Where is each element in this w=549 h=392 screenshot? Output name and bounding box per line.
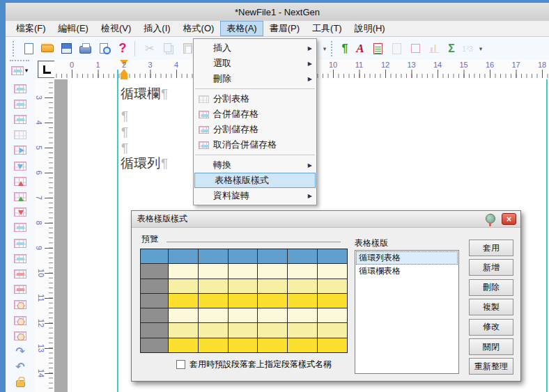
dialog-close-button[interactable]: × bbox=[502, 213, 516, 225]
ruler-number: 3 bbox=[148, 61, 152, 69]
formatting-marks-icon[interactable]: ¶ bbox=[339, 40, 351, 57]
insert-row-tool-icon[interactable] bbox=[11, 97, 29, 111]
preview-cell bbox=[229, 308, 258, 322]
preview-cell bbox=[258, 279, 287, 293]
template-list-item[interactable]: 循環欄表格 bbox=[356, 265, 458, 278]
title-bar[interactable]: *NewFile1 - NextGen bbox=[6, 0, 549, 21]
save-icon bbox=[61, 43, 72, 54]
window-title: *NewFile1 - NextGen bbox=[235, 7, 320, 17]
refresh-button[interactable]: 重新整理 bbox=[469, 358, 513, 375]
open-folder-icon[interactable] bbox=[39, 40, 56, 57]
menu-item-merge-cells[interactable]: 合併儲存格 bbox=[194, 107, 316, 122]
menu-item-select[interactable]: 選取▶ bbox=[194, 56, 316, 71]
pin-icon[interactable] bbox=[486, 214, 495, 224]
insert-table-tool-icon[interactable] bbox=[11, 81, 29, 95]
drag-cell-tool-icon[interactable] bbox=[11, 298, 29, 312]
preview-cell bbox=[318, 338, 347, 352]
preview-cell bbox=[199, 279, 228, 293]
new-document-icon[interactable] bbox=[20, 40, 37, 57]
vertical-ruler[interactable]: 34567891011121314 bbox=[35, 79, 54, 392]
menu-item-split-table[interactable]: 分割表格 bbox=[194, 91, 316, 107]
menu-item-insert[interactable]: 插入▶ bbox=[194, 40, 316, 56]
menu-file[interactable]: 檔案(F) bbox=[10, 21, 52, 36]
tab-stop-icon bbox=[43, 65, 51, 74]
sum-icon[interactable]: Σ bbox=[444, 40, 458, 57]
new-button[interactable]: 新增 bbox=[469, 259, 513, 276]
move-row-down-tool-icon[interactable] bbox=[11, 205, 29, 219]
frame-style-icon[interactable] bbox=[407, 40, 424, 57]
split-table-tool-icon[interactable] bbox=[11, 128, 29, 142]
print-preview-icon[interactable] bbox=[95, 40, 112, 57]
select-column-tool-icon[interactable] bbox=[11, 221, 29, 235]
close-button[interactable]: 關閉 bbox=[469, 338, 513, 355]
apply-style-checkbox[interactable] bbox=[176, 360, 185, 369]
delete-button[interactable]: 刪除 bbox=[469, 279, 513, 296]
menu-view[interactable]: 檢視(V) bbox=[95, 21, 137, 36]
template-list[interactable]: 循環列表格循環欄表格 bbox=[355, 250, 459, 374]
ruler-number: 13 bbox=[407, 61, 415, 69]
chevron-down-icon: ▾ bbox=[25, 67, 29, 74]
paragraph[interactable]: 循環列¶ bbox=[121, 155, 168, 173]
dialog-title-bar[interactable]: 表格樣版樣式 × bbox=[132, 211, 520, 228]
table-dropdown-button[interactable]: ▾ bbox=[7, 62, 32, 79]
delete-column-tool-icon[interactable] bbox=[11, 283, 29, 297]
menu-help[interactable]: 說明(H) bbox=[348, 21, 392, 36]
delete-row-tool-icon[interactable] bbox=[11, 267, 29, 281]
modify-button[interactable]: 修改 bbox=[469, 319, 513, 336]
menu-tools[interactable]: 工具(T) bbox=[306, 21, 348, 36]
menu-item-unmerge-cells[interactable]: 取消合併儲存格 bbox=[194, 137, 316, 152]
select-row-tool-icon[interactable] bbox=[11, 236, 29, 250]
tab-stop-button[interactable] bbox=[38, 61, 56, 78]
drag-handle bbox=[13, 41, 17, 56]
paragraph[interactable]: 循環欄¶ bbox=[121, 85, 168, 103]
menu-item-convert[interactable]: 轉換▶ bbox=[194, 157, 316, 173]
template-list-item[interactable]: 循環列表格 bbox=[356, 251, 458, 265]
drag-column-tool-icon[interactable] bbox=[11, 329, 29, 343]
menu-table[interactable]: 表格(A) bbox=[220, 21, 263, 36]
menu-format[interactable]: 格式(O) bbox=[177, 21, 221, 36]
insert-row-tool-icon bbox=[14, 100, 26, 109]
app-window: *NewFile1 - NextGen 檔案(F)編輯(E)檢視(V)插入(I)… bbox=[0, 0, 549, 392]
preview-cell bbox=[229, 279, 258, 293]
paragraph-style-icon[interactable] bbox=[369, 40, 386, 57]
preview-table bbox=[140, 249, 348, 353]
menu-item-label: 選取 bbox=[213, 57, 231, 70]
apply-button[interactable]: 套用 bbox=[469, 240, 513, 256]
drag-handle bbox=[10, 60, 29, 61]
menu-edit[interactable]: 編輯(E) bbox=[52, 21, 95, 36]
delete-column-tool-icon bbox=[14, 285, 26, 294]
help-icon[interactable]: ? bbox=[114, 40, 131, 57]
select-cell-tool-icon[interactable] bbox=[11, 251, 29, 265]
move-row-tool-icon[interactable] bbox=[11, 189, 29, 203]
ruler-number: 2 bbox=[122, 61, 126, 69]
separator bbox=[134, 41, 138, 56]
copy-button[interactable]: 複製 bbox=[469, 299, 513, 315]
character-style-icon[interactable]: A bbox=[353, 40, 367, 57]
drag-row-tool-icon[interactable] bbox=[11, 313, 29, 327]
menu-item-data-rotate[interactable]: 資料旋轉▶ bbox=[194, 188, 316, 203]
table-extend-right-tool-icon[interactable] bbox=[11, 143, 29, 157]
preview-cell bbox=[199, 249, 228, 263]
menu-item-table-template-style[interactable]: 表格樣版樣式 bbox=[194, 173, 316, 188]
group-divider bbox=[167, 242, 341, 242]
table-redo-tool-icon[interactable]: ↷ bbox=[11, 344, 29, 358]
menu-item-split-cells[interactable]: 分割儲存格 bbox=[194, 122, 316, 137]
move-row-up-tool-icon[interactable] bbox=[11, 174, 29, 188]
preview-cell bbox=[229, 338, 258, 352]
preview-cell bbox=[229, 264, 258, 278]
table-undo-tool-icon[interactable]: ↶ bbox=[11, 360, 29, 374]
table-extend-down-tool-icon[interactable] bbox=[11, 159, 29, 173]
ruler-number: 0 bbox=[70, 61, 74, 69]
cut-icon: ✂ bbox=[141, 40, 158, 57]
preview-cell bbox=[141, 279, 168, 293]
indent-marker-bottom[interactable] bbox=[120, 69, 128, 75]
insert-column-tool-icon[interactable] bbox=[11, 112, 29, 126]
print-icon[interactable] bbox=[77, 40, 93, 57]
save-icon[interactable] bbox=[58, 40, 75, 57]
menu-item-delete[interactable]: 刪除▶ bbox=[194, 71, 316, 86]
menu-header[interactable]: 書眉(P) bbox=[263, 21, 306, 36]
menu-insert[interactable]: 插入(I) bbox=[137, 21, 176, 36]
indent-marker-bottom[interactable] bbox=[121, 75, 127, 79]
lock-tool-icon[interactable] bbox=[11, 375, 29, 389]
ruler-number: 10 bbox=[329, 61, 337, 69]
